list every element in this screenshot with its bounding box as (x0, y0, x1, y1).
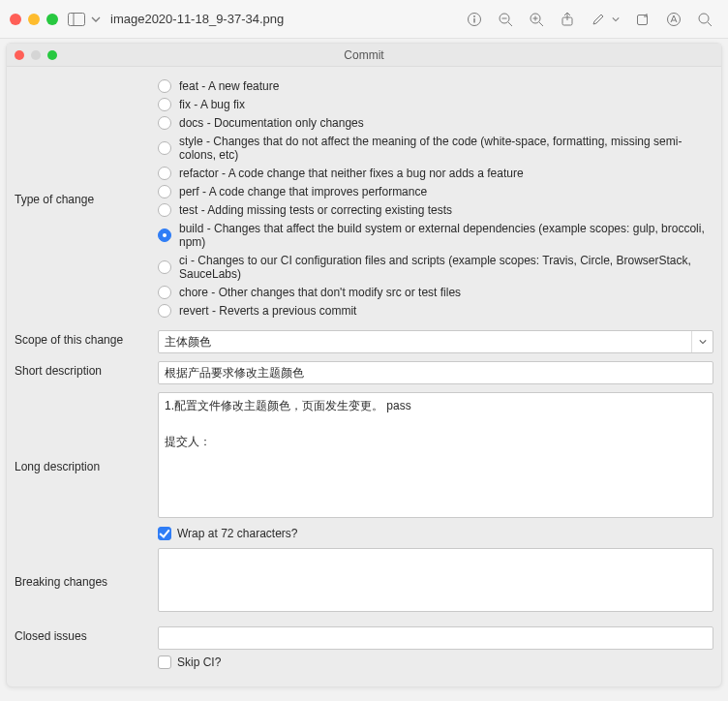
svg-point-15 (699, 14, 709, 23)
minimize-window-button[interactable] (28, 14, 40, 25)
wrap-72-checkbox[interactable] (158, 527, 171, 540)
svg-line-16 (708, 22, 712, 26)
radio-icon (158, 116, 171, 130)
type-of-change-label: Type of change (15, 193, 158, 206)
breaking-changes-input[interactable] (158, 548, 713, 612)
markup-icon[interactable] (666, 12, 682, 27)
radio-icon (158, 260, 171, 274)
radio-icon (158, 203, 171, 217)
commit-type-option[interactable]: feat - A new feature (158, 79, 713, 93)
svg-line-9 (539, 22, 543, 26)
svg-rect-4 (473, 18, 474, 23)
commit-type-option-label: feat - A new feature (179, 79, 279, 93)
close-window-button[interactable] (10, 14, 21, 25)
svg-line-6 (508, 22, 512, 26)
commit-type-option[interactable]: ci - Changes to our CI configuration fil… (158, 254, 713, 281)
svg-rect-0 (69, 13, 85, 25)
chevron-down-icon[interactable] (612, 15, 620, 24)
long-description-label: Long description (15, 460, 158, 473)
long-description-input[interactable] (158, 392, 713, 518)
radio-icon (158, 167, 171, 180)
commit-type-option[interactable]: fix - A bug fix (158, 98, 713, 111)
commit-dialog: Commit Type of change feat - A new featu… (6, 43, 722, 687)
zoom-window-button[interactable] (46, 14, 58, 25)
closed-issues-input[interactable] (158, 626, 713, 650)
radio-icon (158, 98, 171, 111)
wrap-72-label: Wrap at 72 characters? (177, 527, 298, 540)
outer-window-title: image2020-11-18_9-37-34.png (110, 12, 284, 26)
commit-type-option[interactable]: build - Changes that affect the build sy… (158, 222, 713, 249)
scope-selected-value: 主体颜色 (165, 334, 211, 350)
radio-icon (158, 79, 171, 93)
scope-select[interactable]: 主体颜色 (158, 330, 713, 353)
breaking-changes-label: Breaking changes (15, 575, 158, 589)
radio-icon (158, 229, 171, 242)
rotate-icon[interactable] (635, 12, 651, 27)
commit-type-option-label: test - Adding missing tests or correctin… (179, 203, 452, 217)
closed-issues-label: Closed issues (15, 626, 158, 643)
radio-icon (158, 304, 171, 318)
radio-icon (158, 286, 171, 299)
commit-type-option-label: fix - A bug fix (179, 98, 245, 111)
chevron-down-icon[interactable] (91, 15, 101, 24)
share-icon[interactable] (560, 12, 575, 27)
radio-icon (158, 141, 171, 155)
caret-down-icon (691, 331, 713, 352)
outer-titlebar: image2020-11-18_9-37-34.png (0, 0, 728, 39)
commit-type-option-label: refactor - A code change that neither fi… (179, 167, 524, 180)
commit-type-option[interactable]: style - Changes that do not affect the m… (158, 135, 713, 162)
short-description-label: Short description (15, 361, 158, 378)
commit-type-option-label: chore - Other changes that don't modify … (179, 286, 461, 299)
short-description-input[interactable] (158, 361, 713, 384)
skip-ci-checkbox[interactable] (158, 655, 171, 669)
commit-type-option[interactable]: docs - Documentation only changes (158, 116, 713, 130)
svg-point-3 (473, 15, 475, 17)
zoom-in-icon[interactable] (529, 12, 544, 27)
commit-type-option[interactable]: revert - Reverts a previous commit (158, 304, 713, 318)
commit-type-option-label: revert - Reverts a previous commit (179, 304, 356, 318)
commit-type-option-label: build - Changes that affect the build sy… (179, 222, 713, 249)
commit-type-option[interactable]: chore - Other changes that don't modify … (158, 286, 713, 299)
edit-icon[interactable] (591, 12, 606, 27)
radio-icon (158, 185, 171, 198)
commit-type-option[interactable]: perf - A code change that improves perfo… (158, 185, 713, 198)
commit-type-option-label: docs - Documentation only changes (179, 116, 364, 130)
zoom-out-icon[interactable] (498, 12, 513, 27)
info-icon[interactable] (467, 12, 482, 27)
commit-type-option-label: style - Changes that do not affect the m… (179, 135, 713, 162)
sidebar-toggle-icon[interactable] (68, 13, 85, 26)
commit-type-option-label: ci - Changes to our CI configuration fil… (179, 254, 713, 281)
scope-label: Scope of this change (15, 330, 158, 347)
commit-type-option[interactable]: test - Adding missing tests or correctin… (158, 203, 713, 217)
skip-ci-label: Skip CI? (177, 655, 221, 669)
commit-type-option[interactable]: refactor - A code change that neither fi… (158, 167, 713, 180)
dialog-title: Commit (7, 48, 721, 62)
commit-type-option-label: perf - A code change that improves perfo… (179, 185, 427, 198)
search-icon[interactable] (697, 12, 713, 27)
